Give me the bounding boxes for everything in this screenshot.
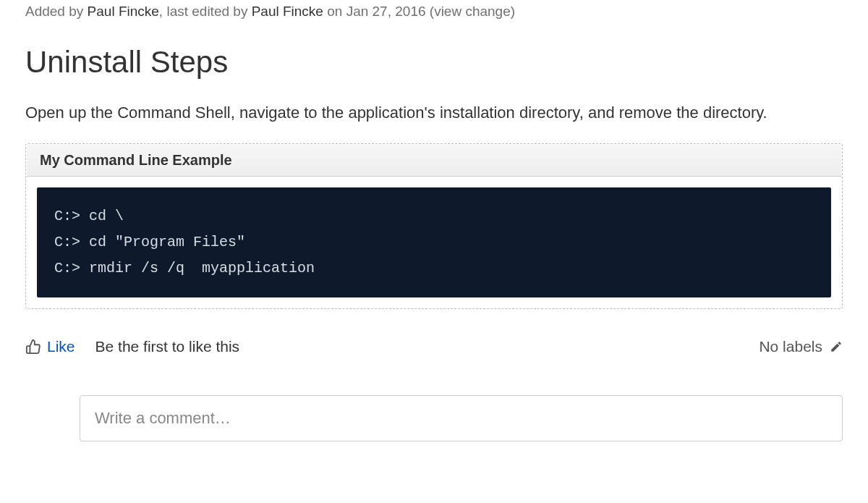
meta-middle: , last edited by xyxy=(159,4,252,19)
comment-input[interactable]: Write a comment… xyxy=(80,395,843,441)
page-meta: Added by Paul Fincke, last edited by Pau… xyxy=(25,4,843,20)
labels-section: No labels xyxy=(759,338,843,355)
meta-added-prefix: Added by xyxy=(25,4,88,19)
code-block-wrap: C:> cd \ C:> cd "Program Files" C:> rmdi… xyxy=(26,177,842,308)
code-block: C:> cd \ C:> cd "Program Files" C:> rmdi… xyxy=(37,187,831,297)
meta-spacer: ( xyxy=(426,4,435,19)
author-link-1[interactable]: Paul Fincke xyxy=(88,4,159,19)
like-label: Like xyxy=(47,338,75,355)
like-stats: Be the first to like this xyxy=(95,338,240,355)
like-button[interactable]: Like xyxy=(25,338,75,355)
pencil-icon[interactable] xyxy=(830,340,843,353)
footer-left: Like Be the first to like this xyxy=(25,338,239,355)
no-labels-text: No labels xyxy=(759,338,822,355)
code-panel-header: My Command Line Example xyxy=(27,145,841,177)
view-change-link[interactable]: view change xyxy=(434,4,511,19)
meta-on: on xyxy=(323,4,346,19)
comment-placeholder: Write a comment… xyxy=(95,409,231,427)
author-link-2[interactable]: Paul Fincke xyxy=(252,4,323,19)
meta-date: Jan 27, 2016 xyxy=(346,4,426,19)
page-body: Open up the Command Shell, navigate to t… xyxy=(25,100,843,125)
meta-closer: ) xyxy=(511,4,515,19)
page-title: Uninstall Steps xyxy=(25,45,843,80)
footer-row: Like Be the first to like this No labels xyxy=(25,338,843,355)
thumbs-up-icon xyxy=(25,339,41,355)
code-panel: My Command Line Example C:> cd \ C:> cd … xyxy=(25,143,843,309)
